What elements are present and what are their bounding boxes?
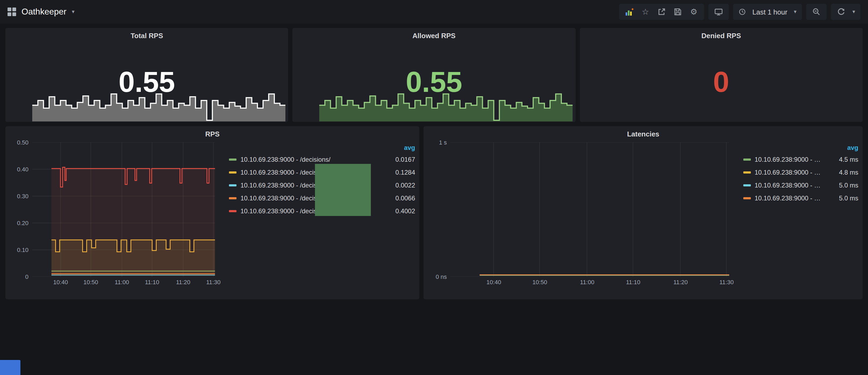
rps-graph-panel: RPS 0.500.400.300.200.100 10:4010:5011:0… xyxy=(5,126,420,299)
panel-title[interactable]: RPS xyxy=(5,126,420,138)
legend-row[interactable]: 10.10.69.238:9000 - /decisions/0.0066 xyxy=(229,192,415,205)
legend-series-avg: 0.0066 xyxy=(382,194,415,202)
y-tick-label: 0 ns xyxy=(436,274,447,280)
x-tick-label: 11:20 xyxy=(674,279,688,285)
star-button[interactable]: ☆ xyxy=(641,6,650,17)
zoom-out-group xyxy=(806,4,827,20)
x-tick-label: 11:20 xyxy=(176,279,190,285)
share-button[interactable] xyxy=(657,6,666,17)
chart-body: 1 s0 ns 10:4010:5011:0011:1011:2011:30 a… xyxy=(429,143,858,297)
plot-area: 10:4010:5011:0011:1011:2011:30 xyxy=(451,143,729,297)
legend-series-label[interactable]: 10.10.69.238:9000 - /decisions/ xyxy=(241,169,378,176)
legend-header-row: avg xyxy=(229,143,415,153)
stat-value: 0 xyxy=(580,67,863,96)
legend-series-label[interactable]: 10.10.69.238:9000 - p100 xyxy=(754,194,821,202)
graph-row: RPS 0.500.400.300.200.100 10:4010:5011:0… xyxy=(5,126,863,299)
x-tick-label: 10:40 xyxy=(487,279,501,285)
chart-body: 0.500.400.300.200.100 10:4010:5011:0011:… xyxy=(11,143,415,297)
time-picker[interactable]: Last 1 hour ▾ xyxy=(733,4,802,20)
series-area xyxy=(51,167,215,276)
legend-series-label[interactable]: 10.10.69.238:9000 - /decisions/ xyxy=(241,182,378,189)
monitor-icon xyxy=(714,7,723,16)
y-tick-label: 0.40 xyxy=(17,166,29,173)
refresh-button[interactable] xyxy=(836,6,846,17)
legend-avg-header[interactable]: avg xyxy=(825,144,858,152)
refresh-group: ▾ xyxy=(831,4,861,20)
legend-row[interactable]: 10.10.69.238:9000 - p904.5 ms xyxy=(743,153,858,166)
dashboard-body: Total RPS 0.55 Allowed RPS 0.55 Denied R… xyxy=(0,24,868,304)
legend-row[interactable]: 10.10.69.238:9000 - p954.8 ms xyxy=(743,166,858,179)
total-rps-panel: Total RPS 0.55 xyxy=(5,28,288,122)
panel-title[interactable]: Total RPS xyxy=(5,28,288,40)
panel-actions-group: ☆ ⚙ xyxy=(619,4,704,20)
legend-row[interactable]: 10.10.69.238:9000 - p995.0 ms xyxy=(743,179,858,192)
legend-series-avg: 0.1284 xyxy=(382,169,415,176)
time-picker-caret-icon[interactable]: ▾ xyxy=(794,9,797,14)
x-tick-label: 10:50 xyxy=(532,279,547,285)
sparkline xyxy=(32,91,286,121)
share-icon xyxy=(657,7,666,16)
y-tick-label: 1 s xyxy=(439,139,446,146)
dashboard-title[interactable]: Oathkeeper xyxy=(22,7,66,17)
refresh-icon xyxy=(837,7,845,16)
legend-row[interactable]: 10.10.69.238:9000 - /decisions/0.0167 xyxy=(229,153,415,166)
x-tick-label: 10:50 xyxy=(83,279,98,285)
y-tick-label: 0 xyxy=(25,274,29,280)
y-axis: 0.500.400.300.200.100 xyxy=(11,143,32,277)
legend-row[interactable]: 10.10.69.238:9000 - /decisions/0.1284 xyxy=(229,166,415,179)
legend-series-avg: 0.0167 xyxy=(382,156,415,163)
y-axis: 1 s0 ns xyxy=(429,143,451,277)
legend-series-avg: 5.0 ms xyxy=(825,194,858,202)
legend-series-label[interactable]: 10.10.69.238:9000 - /decisions/ xyxy=(241,156,378,163)
settings-button[interactable]: ⚙ xyxy=(689,6,699,17)
legend-series-color xyxy=(229,197,237,199)
latencies-graph-panel: Latencies 1 s0 ns 10:4010:5011:0011:1011… xyxy=(424,126,863,299)
panel-title[interactable]: Denied RPS xyxy=(580,28,863,40)
legend-series-label[interactable]: 10.10.69.238:9000 - /decisions/ xyxy=(241,207,378,215)
refresh-interval-caret-icon[interactable]: ▾ xyxy=(852,9,855,14)
legend-row[interactable]: 10.10.69.238:9000 - /decisions/0.4002 xyxy=(229,205,415,218)
magnifier-minus-icon xyxy=(812,7,821,16)
apps-grid-icon[interactable] xyxy=(7,7,16,16)
legend-avg-header[interactable]: avg xyxy=(382,144,415,152)
legend-series-color xyxy=(743,158,751,161)
rps-chart-svg xyxy=(32,143,215,277)
legend-series-label[interactable]: 10.10.69.238:9000 - p99 xyxy=(754,182,821,189)
stat-row: Total RPS 0.55 Allowed RPS 0.55 Denied R… xyxy=(5,28,863,122)
legend: avg10.10.69.238:9000 - /decisions/0.0167… xyxy=(215,143,415,297)
legend-series-avg: 5.0 ms xyxy=(825,182,858,189)
add-panel-button[interactable] xyxy=(624,6,634,17)
grafana-dashboard: Oathkeeper ▾ ☆ xyxy=(0,0,868,375)
legend-header-row: avg xyxy=(743,143,858,153)
legend-series-color xyxy=(743,197,751,199)
legend-series-color xyxy=(229,171,237,174)
x-tick-label: 11:10 xyxy=(145,279,159,285)
panel-title[interactable]: Allowed RPS xyxy=(293,28,576,40)
legend: avg10.10.69.238:9000 - p904.5 ms10.10.69… xyxy=(729,143,858,297)
legend-series-avg: 0.4002 xyxy=(382,207,415,215)
tv-mode-button[interactable] xyxy=(714,6,723,17)
y-tick-label: 0.30 xyxy=(17,193,29,199)
tv-mode-group xyxy=(708,4,729,20)
plot-area: 10:4010:5011:0011:1011:2011:30 xyxy=(32,143,215,297)
legend-series-label[interactable]: 10.10.69.238:9000 - p90 xyxy=(754,156,821,163)
legend-series-color xyxy=(229,210,237,212)
legend-row[interactable]: 10.10.69.238:9000 - p1005.0 ms xyxy=(743,192,858,205)
y-tick-label: 0.20 xyxy=(17,220,29,226)
legend-series-avg: 4.5 ms xyxy=(825,156,858,163)
legend-series-label[interactable]: 10.10.69.238:9000 - p95 xyxy=(754,169,821,176)
legend-series-label[interactable]: 10.10.69.238:9000 - /decisions/ xyxy=(241,194,378,202)
zoom-out-button[interactable] xyxy=(812,6,821,17)
allowed-rps-panel: Allowed RPS 0.55 xyxy=(293,28,576,122)
dashboard-caret-icon[interactable]: ▾ xyxy=(72,9,74,14)
x-axis: 10:4010:5011:0011:1011:2011:30 xyxy=(32,277,215,286)
save-button[interactable] xyxy=(673,6,683,17)
bottom-left-bar xyxy=(0,360,21,375)
legend-row[interactable]: 10.10.69.238:9000 - /decisions/0.0022 xyxy=(229,179,415,192)
panel-title[interactable]: Latencies xyxy=(424,126,863,138)
navbar: Oathkeeper ▾ ☆ xyxy=(0,0,868,24)
legend-series-color xyxy=(743,184,751,186)
time-range-label[interactable]: Last 1 hour xyxy=(752,8,787,16)
legend-series-color xyxy=(743,171,751,174)
x-tick-label: 11:00 xyxy=(580,279,594,285)
